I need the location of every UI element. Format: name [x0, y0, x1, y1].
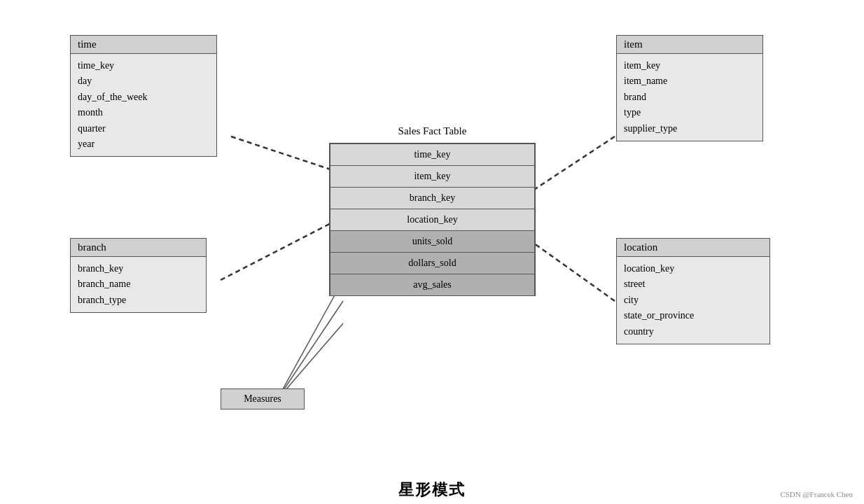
- fact-row-item-key: item_key: [330, 165, 535, 188]
- svg-line-4: [277, 280, 343, 400]
- location-table: location location_key street city state_…: [616, 238, 770, 344]
- svg-line-0: [231, 136, 343, 174]
- fact-row-dollars-sold: dollars_sold: [330, 252, 535, 274]
- item-field-1: item_key: [624, 58, 755, 74]
- item-table-title: item: [617, 36, 762, 54]
- fact-row-units-sold: units_sold: [330, 230, 535, 253]
- svg-line-5: [277, 301, 343, 400]
- item-field-3: brand: [624, 90, 755, 105]
- branch-table-title: branch: [71, 239, 206, 257]
- branch-field-1: branch_key: [78, 261, 199, 276]
- item-field-4: type: [624, 105, 755, 120]
- fact-row-avg-sales: avg_sales: [330, 274, 535, 296]
- time-field-4: month: [78, 105, 209, 120]
- location-field-3: city: [624, 293, 762, 308]
- time-table-title: time: [71, 36, 216, 54]
- svg-line-2: [221, 217, 343, 280]
- fact-table-title: Sales Fact Table: [329, 122, 536, 143]
- location-table-body: location_key street city state_or_provin…: [617, 257, 769, 344]
- time-field-1: time_key: [78, 58, 209, 74]
- time-field-5: quarter: [78, 121, 209, 136]
- time-table-body: time_key day day_of_the_week month quart…: [71, 54, 216, 156]
- svg-line-1: [527, 136, 615, 195]
- watermark: CSDN @Francek Chen: [780, 490, 853, 498]
- item-field-5: supplier_type: [624, 121, 755, 136]
- time-field-2: day: [78, 74, 209, 89]
- item-table-body: item_key item_name brand type supplier_t…: [617, 54, 762, 141]
- location-field-5: country: [624, 324, 762, 340]
- fact-row-location-key: location_key: [330, 209, 535, 231]
- svg-line-3: [527, 238, 615, 301]
- footer: 星形模式: [0, 476, 864, 504]
- measures-box: Measures: [221, 388, 305, 410]
- time-field-6: year: [78, 136, 209, 152]
- branch-field-2: branch_name: [78, 276, 199, 292]
- item-field-2: item_name: [624, 74, 755, 89]
- location-table-title: location: [617, 239, 769, 257]
- branch-field-3: branch_type: [78, 293, 199, 308]
- measures-label: Measures: [221, 389, 304, 409]
- branch-table: branch branch_key branch_name branch_typ…: [70, 238, 207, 313]
- fact-row-branch-key: branch_key: [330, 187, 535, 209]
- location-field-2: street: [624, 276, 762, 292]
- location-field-1: location_key: [624, 261, 762, 276]
- page-title: 星形模式: [398, 479, 466, 500]
- fact-table: Sales Fact Table time_key item_key branc…: [329, 122, 536, 296]
- fact-row-time-key: time_key: [330, 144, 535, 166]
- branch-table-body: branch_key branch_name branch_type: [71, 257, 206, 312]
- item-table: item item_key item_name brand type suppl…: [616, 35, 763, 141]
- location-field-4: state_or_province: [624, 308, 762, 323]
- time-table: time time_key day day_of_the_week month …: [70, 35, 217, 157]
- time-field-3: day_of_the_week: [78, 90, 209, 105]
- diagram-container: time time_key day day_of_the_week month …: [0, 0, 864, 476]
- fact-table-inner: time_key item_key branch_key location_ke…: [329, 143, 536, 296]
